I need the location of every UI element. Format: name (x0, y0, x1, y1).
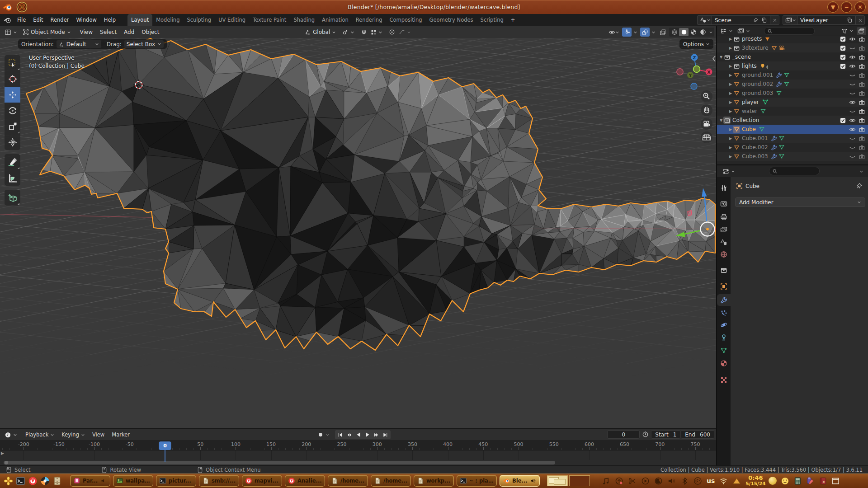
workspace-tab-compositing[interactable]: Compositing (386, 14, 425, 26)
workspace-tab-rendering[interactable]: Rendering (352, 14, 386, 26)
gizmos-toggle[interactable] (622, 28, 632, 37)
expand-caret[interactable]: ▶ (728, 127, 733, 131)
shading-rendered[interactable] (698, 28, 708, 36)
tray-usb[interactable] (693, 477, 702, 485)
tray-night-circle[interactable] (654, 477, 663, 485)
taskbar-window-pla[interactable]: ~ : pla... (457, 475, 497, 487)
expand-caret[interactable]: ▶ (728, 136, 733, 141)
viewlayer-name-field[interactable]: ViewLayer (797, 15, 856, 25)
tray-wifi[interactable] (719, 477, 728, 485)
expand-caret[interactable]: ▶ (728, 73, 733, 77)
timeline-scrollbar[interactable] (0, 460, 716, 465)
tray-ball-yellow[interactable] (769, 477, 777, 485)
taskbar-window-home[interactable]: /home... (328, 475, 368, 487)
breadcrumb-object-name[interactable]: Cube (745, 183, 760, 189)
tool-annotate[interactable] (5, 154, 20, 170)
timeline-ruler[interactable]: -200-150-100-500501001502002503003504004… (0, 440, 716, 450)
timeline-tracks[interactable] (0, 450, 716, 460)
tray-update-circle[interactable] (615, 477, 623, 485)
expand-caret[interactable]: ▶ (728, 64, 733, 68)
eye-closed-toggle[interactable] (849, 90, 856, 97)
eye-closed-toggle[interactable] (849, 153, 856, 160)
scene-pin-button[interactable] (753, 17, 759, 23)
outliner-row-lights[interactable]: ▶lights4 (717, 61, 868, 70)
tray-bluetooth[interactable] (680, 477, 689, 485)
add-workspace-button[interactable]: + (507, 14, 519, 26)
check-toggle[interactable] (840, 36, 846, 42)
tray-speaker-mute[interactable] (667, 477, 676, 485)
menu-render[interactable]: Render (47, 14, 73, 26)
shading-wireframe[interactable] (670, 28, 679, 36)
eye-toggle[interactable] (849, 117, 856, 124)
overlays-toggle[interactable] (640, 28, 650, 37)
show-objects-dropdown[interactable] (607, 28, 621, 37)
outliner-row-presets[interactable]: ▶presets (717, 34, 868, 43)
scene-name-field[interactable]: Scene (712, 15, 770, 25)
workspace-1[interactable] (547, 475, 568, 486)
workspace-tab-modeling[interactable]: Modeling (152, 14, 183, 26)
playhead[interactable]: 0 (165, 441, 177, 450)
camera-toggle[interactable] (859, 36, 865, 42)
properties-tab-particles[interactable] (717, 307, 731, 319)
viewport-menu-add[interactable]: Add (120, 26, 138, 38)
viewport-canvas[interactable]: Z Y X (0, 26, 716, 428)
timeline-expand-arrow[interactable]: ▶ (1, 451, 4, 455)
camera-x-toggle[interactable] (859, 153, 865, 160)
editor-type-button[interactable] (2, 28, 20, 37)
tray-smiley[interactable] (781, 477, 789, 485)
use-preview-range-toggle[interactable] (642, 431, 649, 438)
launcher-terminal[interactable] (16, 476, 25, 486)
tray-calculator[interactable] (793, 477, 802, 485)
eye-toggle[interactable] (849, 63, 856, 70)
tool-transform[interactable] (5, 134, 20, 150)
eye-closed-toggle[interactable] (849, 45, 856, 52)
taskbar-window-mapvi[interactable]: mapvi... (242, 475, 282, 487)
pin-id-icon[interactable] (856, 183, 863, 189)
3d-viewport[interactable]: Z Y X Object Mode ViewSelectAddObject Gl… (0, 26, 716, 428)
tray-book-red[interactable] (819, 477, 827, 485)
tool-select-box[interactable] (5, 55, 20, 71)
camera-toggle[interactable] (859, 63, 865, 70)
properties-tab-modifiers[interactable] (717, 294, 731, 306)
prev-keyframe-button[interactable] (345, 431, 354, 439)
outliner-row-cube.002[interactable]: ▶Cube.002 (717, 143, 868, 152)
keyboard-layout-indicator[interactable]: us (707, 477, 715, 484)
outliner-row-3dtexture[interactable]: ▶3dtexture (717, 43, 868, 52)
tray-music-note[interactable] (602, 477, 610, 485)
transform-orientation-selector[interactable]: Global (302, 28, 339, 37)
properties-tab-tool[interactable] (717, 182, 731, 194)
snap-mode-selector[interactable] (368, 28, 385, 37)
eye-toggle[interactable] (849, 54, 856, 61)
properties-tab-render[interactable] (717, 198, 731, 210)
workspace-tab-texture-paint[interactable]: Texture Paint (249, 14, 290, 26)
timeline-editor-type[interactable] (2, 430, 20, 439)
expand-caret[interactable]: ▶ (728, 37, 733, 41)
check-toggle[interactable] (840, 45, 846, 52)
timeline-menu-playback[interactable]: Playback (22, 429, 58, 440)
overlays-dropdown[interactable] (650, 28, 657, 37)
camera-toggle[interactable] (859, 117, 865, 124)
properties-tab-object-data[interactable] (717, 345, 731, 357)
outliner-row-collection[interactable]: ▼Collection (717, 116, 868, 125)
workspace-tab-geometry-nodes[interactable]: Geometry Nodes (426, 14, 477, 26)
shading-solid[interactable] (679, 28, 689, 36)
camera-x-toggle[interactable] (859, 135, 865, 142)
properties-search[interactable] (769, 167, 820, 175)
clock[interactable]: 0:46 5/15/24 (745, 475, 765, 486)
expand-caret[interactable]: ▶ (728, 100, 733, 104)
close-button[interactable]: ✕ (854, 1, 866, 13)
tray-play-circle[interactable] (641, 477, 650, 485)
workspace-tab-shading[interactable]: Shading (290, 14, 318, 26)
check-toggle[interactable] (840, 117, 846, 124)
orientation-dropdown[interactable]: Default (57, 40, 101, 48)
window-titlebar[interactable]: Blender* [/home/amalie/Desktop/blender/w… (0, 0, 868, 14)
expand-caret[interactable]: ▼ (719, 55, 723, 59)
eye-toggle[interactable] (849, 126, 856, 133)
properties-tab-material[interactable] (717, 357, 731, 369)
outliner-row-cube.003[interactable]: ▶Cube.003 (717, 152, 868, 161)
eye-toggle[interactable] (849, 99, 856, 106)
outliner-search[interactable] (764, 27, 815, 35)
expand-caret[interactable]: ▶ (728, 145, 733, 150)
jump-to-start-button[interactable] (336, 431, 344, 439)
timeline-menu-view[interactable]: View (89, 429, 108, 440)
